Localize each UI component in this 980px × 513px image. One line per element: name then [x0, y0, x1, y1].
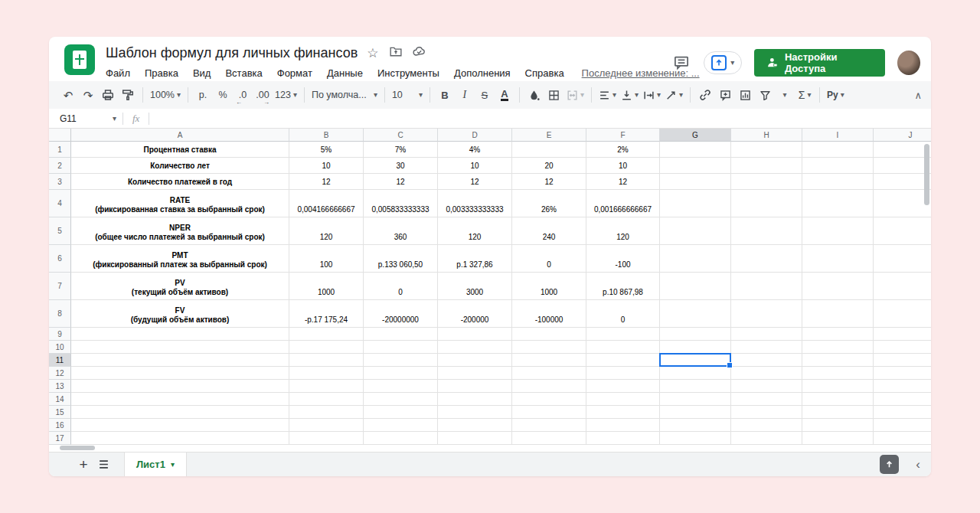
- cell-H3[interactable]: [731, 174, 802, 190]
- cell-I8[interactable]: [802, 300, 874, 328]
- cell-E4[interactable]: 26%: [512, 190, 586, 217]
- cell-F1[interactable]: 2%: [586, 142, 660, 158]
- cell-I2[interactable]: [802, 158, 874, 174]
- insert-chart-button[interactable]: [735, 85, 755, 105]
- cell-E5[interactable]: 240: [512, 217, 586, 245]
- menu-item-help[interactable]: Справка: [525, 67, 564, 79]
- cell-I17[interactable]: [802, 432, 874, 445]
- active-cell-outline-G11[interactable]: [659, 353, 731, 367]
- cell-I15[interactable]: [802, 406, 874, 419]
- cell-F14[interactable]: [586, 393, 660, 406]
- row-header-12[interactable]: 12: [49, 367, 71, 380]
- collapse-panel-chevron[interactable]: ‹: [916, 458, 920, 471]
- cell-J2[interactable]: [874, 158, 931, 174]
- cell-A3[interactable]: Количество платежей в год: [71, 174, 289, 190]
- cell-A8[interactable]: FV (будущий объём активов): [71, 300, 289, 328]
- cell-D9[interactable]: [438, 328, 512, 341]
- row-header-2[interactable]: 2: [49, 158, 71, 174]
- cell-A15[interactable]: [71, 406, 289, 419]
- cell-I10[interactable]: [802, 341, 874, 354]
- cell-H7[interactable]: [731, 273, 802, 300]
- cell-A17[interactable]: [71, 432, 289, 445]
- cell-F3[interactable]: 12: [586, 174, 660, 190]
- cell-D16[interactable]: [438, 419, 512, 432]
- cell-H1[interactable]: [731, 142, 802, 158]
- cell-H12[interactable]: [731, 367, 802, 380]
- column-header-D[interactable]: D: [438, 129, 512, 142]
- cell-F13[interactable]: [586, 380, 660, 393]
- row-header-15[interactable]: 15: [49, 406, 71, 419]
- cell-C1[interactable]: 7%: [364, 142, 438, 158]
- cell-F11[interactable]: [586, 354, 660, 367]
- menu-item-file[interactable]: Файл: [106, 67, 130, 79]
- select-all-corner[interactable]: [49, 129, 71, 142]
- cell-J8[interactable]: [874, 300, 931, 328]
- font-size-select[interactable]: 10▾: [390, 85, 425, 105]
- cell-B11[interactable]: [289, 354, 364, 367]
- cell-J12[interactable]: [874, 367, 931, 380]
- cell-B3[interactable]: 12: [289, 174, 364, 190]
- menu-item-tools[interactable]: Инструменты: [377, 67, 439, 79]
- cell-D4[interactable]: 0,003333333333: [438, 190, 512, 217]
- cell-D8[interactable]: -200000: [438, 300, 512, 328]
- cell-G6[interactable]: [660, 245, 731, 273]
- cell-H14[interactable]: [731, 393, 802, 406]
- cell-B8[interactable]: -р.17 175,24: [289, 300, 364, 328]
- cell-D3[interactable]: 12: [438, 174, 512, 190]
- cell-D14[interactable]: [438, 393, 512, 406]
- row-header-5[interactable]: 5: [49, 217, 71, 245]
- redo-button[interactable]: ↷: [78, 85, 98, 105]
- cell-I5[interactable]: [802, 217, 874, 245]
- cell-A9[interactable]: [71, 328, 289, 341]
- cell-G8[interactable]: [660, 300, 731, 328]
- menu-item-format[interactable]: Формат: [277, 67, 312, 79]
- cell-E14[interactable]: [512, 393, 586, 406]
- cell-C15[interactable]: [364, 406, 438, 419]
- cell-C8[interactable]: -20000000: [364, 300, 438, 328]
- vertical-align-button[interactable]: ▾: [619, 85, 641, 105]
- cell-J1[interactable]: [874, 142, 931, 158]
- column-header-J[interactable]: J: [874, 129, 931, 142]
- present-button[interactable]: ▾: [704, 51, 742, 74]
- move-folder-icon[interactable]: [390, 46, 402, 60]
- cell-D1[interactable]: 4%: [438, 142, 512, 158]
- column-header-A[interactable]: A: [71, 129, 289, 142]
- cell-G17[interactable]: [660, 432, 731, 445]
- add-sheet-button[interactable]: +: [74, 455, 93, 475]
- cell-I6[interactable]: [802, 245, 874, 273]
- row-header-14[interactable]: 14: [49, 393, 71, 406]
- cell-H9[interactable]: [731, 328, 802, 341]
- cell-H6[interactable]: [731, 245, 802, 273]
- row-header-3[interactable]: 3: [49, 174, 71, 190]
- cell-G14[interactable]: [660, 393, 731, 406]
- cell-D12[interactable]: [438, 367, 512, 380]
- cell-B12[interactable]: [289, 367, 364, 380]
- cell-F15[interactable]: [586, 406, 660, 419]
- cell-B9[interactable]: [289, 328, 364, 341]
- cell-G16[interactable]: [660, 419, 731, 432]
- cell-B10[interactable]: [289, 341, 364, 354]
- cell-I13[interactable]: [802, 380, 874, 393]
- menu-item-edit[interactable]: Правка: [145, 67, 178, 79]
- input-tools-button[interactable]: Ру▾: [825, 85, 847, 105]
- cell-I16[interactable]: [802, 419, 874, 432]
- cell-A16[interactable]: [71, 419, 289, 432]
- row-header-8[interactable]: 8: [49, 300, 71, 328]
- cell-C12[interactable]: [364, 367, 438, 380]
- cell-G15[interactable]: [660, 406, 731, 419]
- cell-J11[interactable]: [874, 354, 931, 367]
- cell-J4[interactable]: [874, 190, 931, 217]
- cell-J7[interactable]: [874, 273, 931, 300]
- cell-C3[interactable]: 12: [364, 174, 438, 190]
- cell-F6[interactable]: -100: [586, 245, 660, 273]
- column-header-F[interactable]: F: [586, 129, 660, 142]
- row-header-10[interactable]: 10: [49, 341, 71, 354]
- cell-F7[interactable]: р.10 867,98: [586, 273, 660, 300]
- cell-B15[interactable]: [289, 406, 364, 419]
- column-header-C[interactable]: C: [364, 129, 438, 142]
- cell-H13[interactable]: [731, 380, 802, 393]
- cell-G2[interactable]: [660, 158, 731, 174]
- cell-I9[interactable]: [802, 328, 874, 341]
- row-header-16[interactable]: 16: [49, 419, 71, 432]
- horizontal-scrollbar[interactable]: [60, 446, 95, 450]
